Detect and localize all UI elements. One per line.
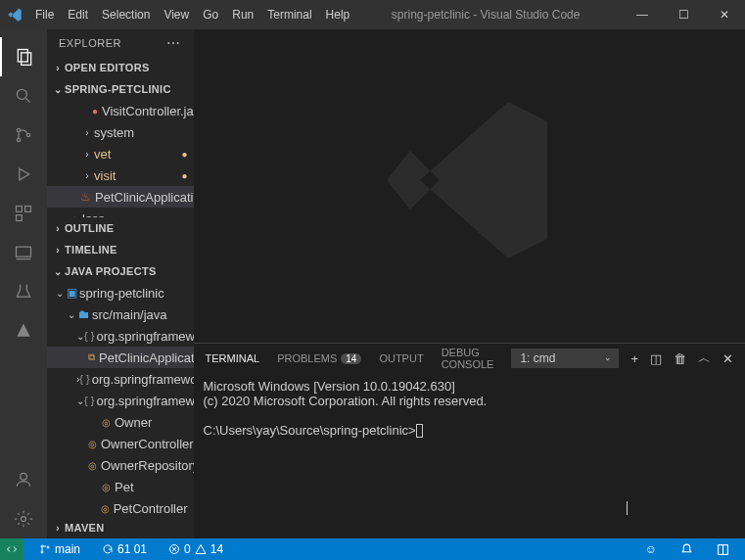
split-terminal-icon[interactable]: ◫ xyxy=(650,351,662,366)
terminal-line: Microsoft Windows [Version 10.0.19042.63… xyxy=(204,379,455,394)
status-feedback-icon[interactable]: ☺ xyxy=(639,542,663,556)
svg-point-2 xyxy=(17,89,26,99)
outline-label: OUTLINE xyxy=(65,222,114,234)
menu-run[interactable]: Run xyxy=(232,8,254,22)
java-tree-item[interactable]: ◎OwnerRepository xyxy=(47,454,194,476)
java-tree-item[interactable]: ◎Pet xyxy=(47,476,194,497)
sidebar: EXPLORER ⋯ ›OPEN EDITORS ⌄SPRING-PETCLIN… xyxy=(47,29,194,538)
terminal-selector-label: 1: cmd xyxy=(520,351,555,365)
java-tree-item[interactable]: ◎OwnerController xyxy=(47,433,194,454)
tree-item[interactable]: ♨PetClinicApplication.java xyxy=(47,186,194,208)
vscode-logo-icon xyxy=(0,7,29,23)
section-workspace[interactable]: ⌄SPRING-PETCLINIC xyxy=(47,78,194,100)
minimize-button[interactable]: — xyxy=(622,0,663,29)
maven-label: MAVEN xyxy=(65,522,104,534)
status-problems[interactable]: 0 14 xyxy=(163,542,229,556)
activity-remote-icon[interactable] xyxy=(0,233,47,272)
activity-search-icon[interactable] xyxy=(0,76,47,116)
java-tree-item[interactable]: ⌄🖿src/main/java xyxy=(47,303,194,325)
tree-item[interactable]: ›visit● xyxy=(47,164,194,186)
sync-label: 61 01 xyxy=(117,542,147,556)
tab-problems[interactable]: PROBLEMS14 xyxy=(277,352,361,364)
errors-count: 0 xyxy=(184,542,191,556)
menu-terminal[interactable]: Terminal xyxy=(267,8,311,22)
branch-label: main xyxy=(55,542,80,556)
activity-extensions-icon[interactable] xyxy=(0,194,47,233)
bottom-panel: TERMINAL PROBLEMS14 OUTPUT DEBUG CONSOLE… xyxy=(194,343,746,538)
title-bar: File Edit Selection View Go Run Terminal… xyxy=(0,0,745,29)
status-sync[interactable]: 61 01 xyxy=(96,542,153,556)
terminal-prompt: C:\Users\yay\Source\spring-petclinic> xyxy=(204,423,416,438)
editor-area: TERMINAL PROBLEMS14 OUTPUT DEBUG CONSOLE… xyxy=(194,29,746,538)
file-tree[interactable]: ●VisitController.java›system›vet●›visit●… xyxy=(47,100,194,217)
svg-rect-0 xyxy=(18,50,27,63)
new-terminal-icon[interactable]: + xyxy=(630,351,638,366)
maximize-panel-icon[interactable]: ︿ xyxy=(698,350,711,367)
main-area: EXPLORER ⋯ ›OPEN EDITORS ⌄SPRING-PETCLIN… xyxy=(0,29,745,538)
warns-count: 14 xyxy=(210,542,223,556)
problems-badge: 14 xyxy=(341,353,361,364)
java-tree-item[interactable]: ⌄{ }org.springframework.sample... xyxy=(47,325,194,347)
status-branch[interactable]: main xyxy=(33,542,86,556)
svg-point-16 xyxy=(47,546,49,548)
java-tree-item[interactable]: ⧉PetClinicApplication xyxy=(47,347,194,368)
activity-accounts-icon[interactable] xyxy=(0,460,47,499)
section-timeline[interactable]: ›TIMELINE xyxy=(47,239,194,260)
sidebar-title: EXPLORER xyxy=(59,37,121,49)
java-tree-item[interactable]: ⌄{ }org.springframework.sample... xyxy=(47,390,194,411)
menu-go[interactable]: Go xyxy=(203,8,218,22)
section-open-editors[interactable]: ›OPEN EDITORS xyxy=(47,57,194,78)
menu-help[interactable]: Help xyxy=(326,8,350,22)
kill-terminal-icon[interactable]: 🗑 xyxy=(674,351,686,366)
terminal-selector[interactable]: 1: cmd⌄ xyxy=(511,349,619,368)
tree-item[interactable]: ›less xyxy=(47,208,194,217)
svg-point-6 xyxy=(26,133,29,136)
status-share-icon[interactable] xyxy=(711,543,735,556)
java-tree-item[interactable]: ⌄▣spring-petclinic xyxy=(47,282,194,303)
activity-testing-icon[interactable] xyxy=(0,272,47,311)
activity-bar xyxy=(0,29,47,538)
java-projects-label: JAVA PROJECTS xyxy=(65,265,157,277)
tree-item[interactable]: ●VisitController.java xyxy=(47,100,194,121)
open-editors-label: OPEN EDITORS xyxy=(65,62,150,73)
java-tree-item[interactable]: ◎Owner xyxy=(47,411,194,433)
timeline-label: TIMELINE xyxy=(65,244,117,256)
close-button[interactable]: ✕ xyxy=(704,0,745,29)
svg-rect-9 xyxy=(17,215,23,221)
status-remote-icon[interactable] xyxy=(0,538,23,560)
svg-rect-1 xyxy=(22,53,31,66)
svg-point-4 xyxy=(17,128,20,131)
workspace-label: SPRING-PETCLINIC xyxy=(65,83,171,95)
tree-item[interactable]: ›vet● xyxy=(47,143,194,164)
close-panel-icon[interactable]: ✕ xyxy=(722,351,733,366)
terminal-body[interactable]: Microsoft Windows [Version 10.0.19042.63… xyxy=(194,373,746,538)
tree-item[interactable]: ›system xyxy=(47,121,194,143)
section-outline[interactable]: ›OUTLINE xyxy=(47,217,194,239)
activity-debug-icon[interactable] xyxy=(0,155,47,194)
svg-point-13 xyxy=(22,517,26,522)
menu-selection[interactable]: Selection xyxy=(102,8,150,22)
vscode-watermark-icon xyxy=(371,82,567,282)
menu-view[interactable]: View xyxy=(163,8,189,22)
svg-rect-10 xyxy=(17,247,31,257)
activity-azure-icon[interactable] xyxy=(0,311,47,350)
tab-output[interactable]: OUTPUT xyxy=(379,352,423,364)
activity-scm-icon[interactable] xyxy=(0,116,47,155)
menu-file[interactable]: File xyxy=(35,8,54,22)
status-notifications-icon[interactable] xyxy=(675,543,699,556)
java-tree-item[interactable]: ›{ }org.springframework.sample... xyxy=(47,368,194,390)
sidebar-actions-icon[interactable]: ⋯ xyxy=(166,35,182,51)
activity-settings-icon[interactable] xyxy=(0,499,47,538)
tab-debug-console[interactable]: DEBUG CONSOLE xyxy=(442,347,494,370)
sidebar-header: EXPLORER ⋯ xyxy=(47,29,194,57)
activity-explorer-icon[interactable] xyxy=(0,37,47,76)
section-java-projects[interactable]: ⌄JAVA PROJECTS xyxy=(47,260,194,282)
java-tree-item[interactable]: ◎PetController xyxy=(47,497,194,517)
java-tree[interactable]: ⌄▣spring-petclinic⌄🖿src/main/java⌄{ }org… xyxy=(47,282,194,517)
menu-edit[interactable]: Edit xyxy=(68,8,88,22)
text-caret-icon xyxy=(627,501,628,515)
maximize-button[interactable]: ☐ xyxy=(663,0,704,29)
section-maven[interactable]: ›MAVEN xyxy=(47,517,194,538)
tab-terminal[interactable]: TERMINAL xyxy=(206,352,260,364)
svg-rect-8 xyxy=(25,207,31,212)
